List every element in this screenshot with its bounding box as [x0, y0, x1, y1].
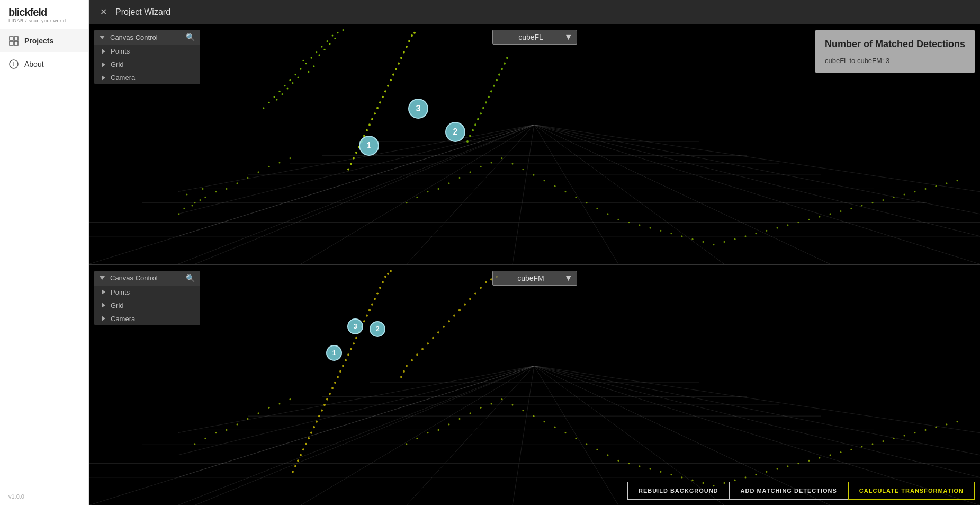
svg-point-56 [329, 43, 331, 45]
svg-point-235 [215, 432, 217, 433]
svg-point-99 [660, 230, 662, 232]
marker-top-3[interactable]: 3 [408, 99, 428, 119]
svg-point-313 [406, 365, 408, 367]
svg-line-189 [534, 366, 980, 477]
viewport-bottom: Canvas Control 🔍 Points Grid Camera [89, 265, 980, 506]
rebuild-background-button[interactable]: REBUILD BACKGROUND [627, 482, 730, 500]
marker-top-2[interactable]: 2 [445, 122, 465, 142]
calculate-transformation-button[interactable]: CALCULATE TRANSFORMATION [848, 482, 975, 500]
svg-point-101 [681, 235, 683, 237]
svg-line-183 [513, 366, 534, 505]
svg-point-196 [376, 292, 379, 294]
svg-point-131 [384, 90, 386, 92]
svg-point-248 [459, 418, 461, 419]
svg-point-127 [957, 180, 958, 181]
svg-point-91 [576, 197, 577, 198]
svg-point-65 [258, 171, 259, 173]
sensor-select-top[interactable]: cubeFL cubeFM [492, 30, 577, 45]
svg-point-34 [311, 57, 312, 59]
svg-point-78 [438, 188, 439, 190]
svg-point-134 [371, 118, 373, 120]
sensor-select-bottom[interactable]: cubeFM cubeFL [492, 271, 577, 286]
marker-bottom-1[interactable]: 1 [326, 345, 342, 361]
svg-point-270 [692, 479, 694, 481]
canvas-control-points-top[interactable]: Points [94, 45, 200, 58]
svg-point-109 [766, 230, 768, 232]
svg-point-147 [406, 46, 408, 48]
svg-point-93 [597, 208, 598, 209]
svg-point-53 [287, 87, 289, 89]
svg-line-192 [178, 366, 534, 477]
canvas-control-camera-top[interactable]: Camera [94, 71, 200, 84]
expand-icon [102, 289, 105, 295]
svg-point-220 [323, 403, 326, 405]
svg-point-120 [883, 199, 884, 201]
svg-point-110 [777, 227, 778, 229]
svg-point-310 [421, 348, 424, 350]
svg-point-292 [925, 429, 927, 430]
svg-point-291 [914, 432, 916, 433]
svg-point-256 [544, 421, 545, 422]
sidebar-item-projects[interactable]: Projects [0, 29, 88, 52]
svg-point-227 [305, 442, 307, 445]
canvas-control-header-top[interactable]: Canvas Control 🔍 [94, 30, 200, 45]
svg-point-139 [395, 68, 397, 70]
search-icon-bottom[interactable]: 🔍 [186, 274, 195, 282]
svg-line-27 [534, 125, 980, 191]
svg-point-153 [413, 32, 416, 34]
svg-point-83 [491, 162, 492, 163]
svg-line-19 [513, 125, 534, 264]
svg-point-141 [398, 63, 400, 65]
svg-point-274 [734, 479, 736, 481]
svg-point-247 [448, 423, 450, 425]
svg-point-41 [274, 96, 275, 98]
svg-line-18 [407, 125, 534, 264]
svg-point-222 [318, 415, 320, 417]
svg-point-223 [316, 420, 318, 422]
svg-point-126 [946, 182, 948, 184]
svg-point-118 [861, 205, 863, 206]
svg-line-30 [178, 125, 534, 191]
svg-point-38 [321, 46, 323, 48]
svg-point-66 [268, 166, 270, 167]
svg-line-190 [534, 366, 980, 455]
svg-point-301 [474, 292, 476, 294]
expand-icon [102, 49, 105, 54]
svg-point-117 [851, 208, 852, 209]
add-matching-detections-button[interactable]: ADD MATCHING DETECTIONS [730, 482, 848, 500]
svg-point-59 [194, 202, 196, 203]
svg-point-133 [387, 85, 389, 87]
marker-bottom-3[interactable]: 3 [347, 318, 363, 334]
svg-point-111 [787, 224, 789, 226]
canvas-control-grid-top[interactable]: Grid [94, 58, 200, 71]
svg-point-242 [290, 398, 291, 400]
svg-point-37 [284, 85, 286, 86]
svg-point-281 [808, 459, 810, 461]
svg-line-193 [178, 366, 534, 455]
viewport-top: Canvas Control 🔍 Points Grid Camera [89, 24, 980, 265]
info-panel: Number of Matched Detections cubeFL to c… [815, 30, 975, 73]
project-wizard-title: Project Wizard [115, 7, 170, 17]
svg-point-165 [501, 68, 503, 70]
svg-point-237 [237, 423, 238, 425]
projects-label: Projects [24, 37, 53, 45]
canvas-control-grid-bottom[interactable]: Grid [94, 299, 200, 312]
marker-bottom-2[interactable]: 2 [370, 321, 385, 337]
canvas-control-points-bottom[interactable]: Points [94, 286, 200, 299]
canvas-control-header-bottom[interactable]: Canvas Control 🔍 [94, 271, 200, 286]
close-button[interactable]: ✕ [97, 6, 109, 18]
svg-point-255 [533, 415, 535, 417]
svg-point-299 [469, 298, 471, 300]
svg-point-268 [671, 474, 672, 475]
svg-point-244 [417, 437, 418, 439]
svg-point-233 [194, 443, 196, 445]
marker-top-1[interactable]: 1 [359, 136, 379, 156]
expand-icon [102, 316, 105, 321]
svg-point-43 [268, 102, 270, 103]
svg-point-300 [448, 320, 450, 322]
sidebar-item-about[interactable]: i About [0, 52, 88, 76]
canvas-control-camera-bottom[interactable]: Camera [94, 312, 200, 325]
svg-point-245 [427, 432, 429, 433]
search-icon-top[interactable]: 🔍 [186, 33, 195, 41]
svg-line-23 [534, 125, 980, 264]
